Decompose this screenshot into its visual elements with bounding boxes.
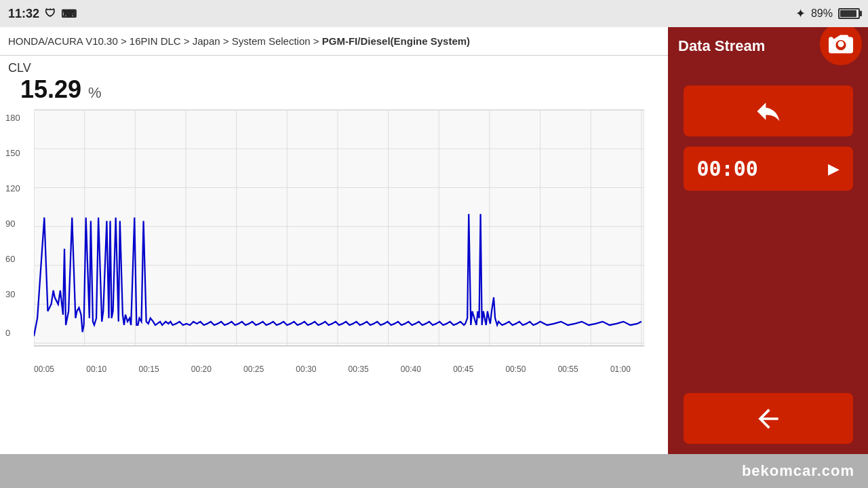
y-label-120: 120: [5, 183, 20, 193]
bluetooth-icon: ✦: [795, 6, 806, 21]
time-display: 11:32: [8, 7, 39, 21]
x-label-0050: 00:50: [505, 364, 526, 374]
back-button[interactable]: [684, 393, 853, 444]
x-label-0035: 00:35: [349, 364, 369, 374]
y-label-0: 0: [5, 328, 10, 338]
x-label-0005: 00:05: [34, 364, 54, 374]
sensor-value: 15.29 %: [0, 75, 668, 109]
main-content: HONDA/ACURA V10.30 > 16PIN DLC > Japan >…: [0, 27, 668, 454]
camera-button[interactable]: [817, 20, 865, 68]
bottom-bar: bekomcar.com: [0, 454, 868, 488]
y-label-60: 60: [5, 254, 15, 264]
chart-svg: [34, 109, 644, 360]
sensor-label: CLV: [0, 56, 668, 75]
breadcrumb-path: HONDA/ACURA V10.30 > 16PIN DLC > Japan >…: [8, 35, 322, 47]
back-icon: [753, 404, 783, 434]
y-label-90: 90: [5, 219, 15, 229]
export-icon: [753, 96, 783, 126]
battery-percent: 89%: [811, 7, 833, 20]
x-label-0055: 00:55: [558, 364, 578, 374]
x-label-0010: 00:10: [86, 364, 106, 374]
y-label-30: 30: [5, 289, 15, 299]
status-bar: 11:32 🛡 ⌨ ✦ 89%: [0, 0, 868, 27]
brand-text: bekomcar.com: [742, 462, 854, 480]
breadcrumb: HONDA/ACURA V10.30 > 16PIN DLC > Japan >…: [0, 27, 668, 56]
svg-rect-0: [34, 110, 644, 346]
x-axis-labels: 00:05 00:10 00:15 00:20 00:25 00:30 00:3…: [34, 363, 631, 374]
sidebar-header: Data Stream: [675, 37, 861, 55]
signal-icon: 🛡: [45, 7, 56, 20]
x-label-0025: 00:25: [243, 364, 264, 374]
y-label-150: 150: [5, 148, 20, 158]
camera-icon: [829, 32, 853, 56]
chart-container: 180 150 120 90 60 30 0: [0, 109, 668, 374]
battery-icon: [838, 8, 860, 19]
x-label-0020: 00:20: [191, 364, 212, 374]
x-label-0040: 00:40: [401, 364, 421, 374]
x-label-0100: 01:00: [610, 364, 631, 374]
timer-display: 00:00: [697, 157, 758, 181]
data-stream-label: Data Stream: [675, 37, 765, 55]
sidebar: Data Stream 00:00 ▶: [668, 27, 868, 454]
breadcrumb-current: PGM-FI/Diesel(Engine System): [322, 35, 470, 47]
sensor-unit: %: [88, 84, 102, 101]
x-label-0030: 00:30: [296, 364, 316, 374]
play-icon: ▶: [828, 160, 840, 178]
export-button[interactable]: [684, 86, 853, 136]
x-label-0045: 00:45: [453, 364, 473, 374]
x-label-0015: 00:15: [139, 364, 159, 374]
timer-row[interactable]: 00:00 ▶: [684, 147, 853, 191]
y-label-180: 180: [5, 113, 20, 123]
keyboard-icon: ⌨: [61, 7, 77, 20]
